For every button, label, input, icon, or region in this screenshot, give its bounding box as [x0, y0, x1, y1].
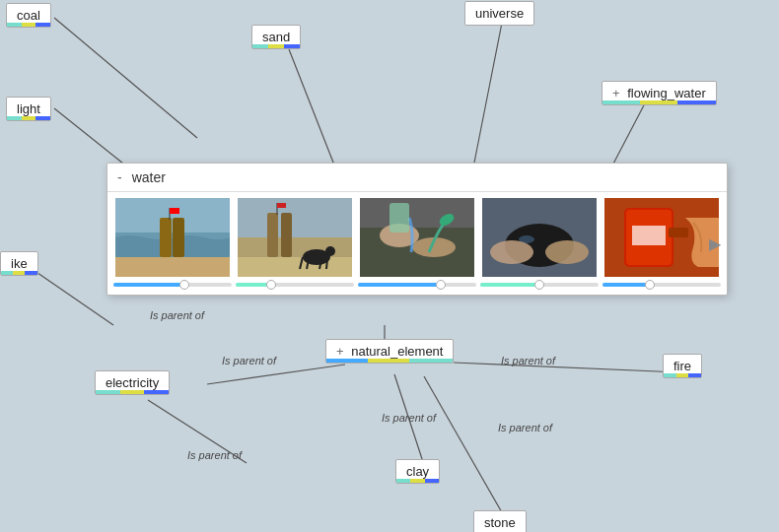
svg-line-7 — [207, 365, 345, 384]
edge-label-1: Is parent of — [150, 309, 204, 321]
node-sand[interactable]: sand — [251, 25, 301, 49]
svg-line-5 — [28, 266, 113, 325]
water-minus-button[interactable]: - — [117, 169, 122, 185]
edge-label-3: Is parent of — [501, 355, 555, 366]
svg-line-2 — [473, 18, 503, 167]
svg-point-44 — [490, 240, 533, 264]
thumb-2 — [238, 198, 352, 277]
svg-line-1 — [289, 49, 335, 167]
svg-line-10 — [424, 376, 503, 514]
slider-1[interactable] — [113, 281, 232, 289]
svg-line-3 — [54, 108, 128, 167]
water-panel-title: water — [132, 169, 166, 185]
node-stone[interactable]: stone — [473, 510, 527, 532]
water-image-3[interactable] — [358, 198, 476, 289]
water-image-2[interactable] — [236, 198, 354, 289]
water-images-container: ▶ — [107, 192, 727, 295]
svg-rect-16 — [160, 218, 172, 257]
svg-point-45 — [545, 240, 589, 264]
svg-rect-23 — [238, 257, 352, 277]
svg-rect-17 — [173, 218, 184, 257]
edge-label-5: Is parent of — [498, 422, 552, 433]
svg-rect-27 — [277, 203, 286, 208]
node-universe[interactable]: universe — [464, 1, 534, 26]
svg-line-0 — [54, 18, 197, 138]
svg-rect-24 — [267, 213, 278, 257]
svg-rect-22 — [238, 237, 352, 257]
water-image-1[interactable] — [113, 198, 232, 289]
svg-line-33 — [326, 259, 327, 269]
node-clay[interactable]: clay — [395, 459, 440, 484]
slider-3[interactable] — [358, 281, 476, 289]
slider-5[interactable] — [602, 281, 721, 289]
node-natural-element[interactable]: + natural_element — [325, 339, 454, 364]
svg-rect-21 — [238, 198, 352, 237]
svg-point-29 — [325, 246, 335, 256]
node-light[interactable]: light — [6, 97, 51, 121]
svg-rect-15 — [115, 257, 230, 277]
edge-label-6: Is parent of — [187, 449, 242, 461]
slider-4[interactable] — [480, 281, 599, 289]
svg-line-8 — [454, 363, 680, 372]
svg-rect-25 — [281, 213, 292, 257]
thumb-3 — [360, 198, 474, 277]
water-panel: - water — [106, 163, 728, 296]
slider-2[interactable] — [236, 281, 354, 289]
panel-next-arrow[interactable]: ▶ — [709, 234, 721, 253]
bar-yellow — [22, 23, 36, 27]
bar-natural — [326, 359, 453, 363]
svg-rect-19 — [170, 208, 179, 214]
svg-rect-50 — [669, 228, 688, 237]
node-electricity[interactable]: electricity — [95, 370, 170, 395]
svg-line-4 — [611, 101, 646, 167]
node-fire[interactable]: fire — [663, 354, 702, 378]
edge-label-2: Is parent of — [222, 355, 276, 366]
water-image-4[interactable] — [480, 198, 599, 289]
node-flowing-water[interactable]: + flowing_water — [602, 81, 717, 105]
svg-rect-49 — [632, 226, 666, 245]
bar-green — [7, 23, 22, 27]
water-image-5[interactable] — [602, 198, 721, 289]
edge-label-4: Is parent of — [382, 412, 436, 424]
water-panel-header: - water — [107, 164, 727, 192]
node-coal[interactable]: coal — [6, 3, 51, 28]
bar-blue — [35, 23, 50, 27]
node-ike[interactable]: ike — [0, 251, 38, 276]
thumb-1 — [115, 198, 230, 277]
svg-rect-39 — [390, 203, 409, 233]
thumb-5 — [604, 198, 719, 277]
thumb-4 — [482, 198, 597, 277]
